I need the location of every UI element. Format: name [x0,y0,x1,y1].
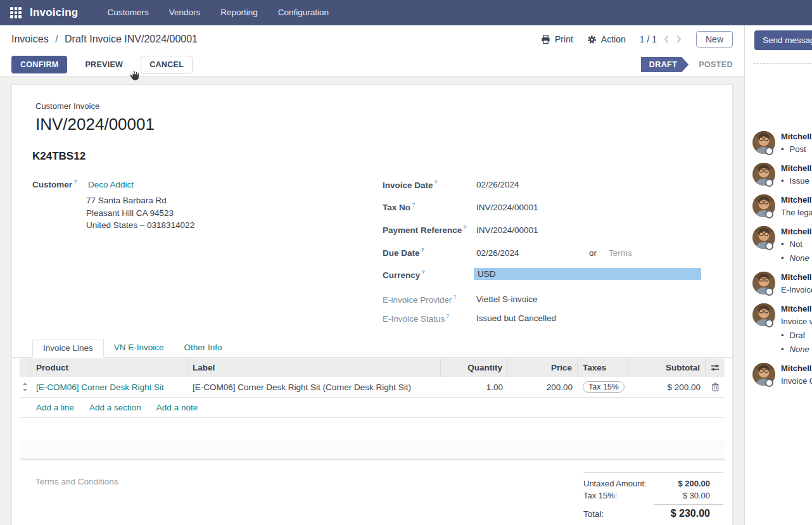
new-button[interactable]: New [696,31,733,47]
message-author[interactable]: Mitchell [781,131,811,142]
invoice-date-value[interactable]: 02/26/2024 [476,180,519,189]
help-icon: ? [446,313,449,319]
drag-handle-icon[interactable] [20,383,31,391]
chevron-left-icon[interactable] [663,35,669,44]
help-icon: ? [454,294,457,300]
col-label[interactable]: Label [187,358,441,377]
help-icon: ? [421,247,425,253]
message-author[interactable]: Mitchell [781,303,812,314]
chatter-separator [754,63,812,64]
chevron-right-icon[interactable] [676,35,682,44]
message-body: Mitchell •Issue [781,163,811,187]
presence-badge-icon [765,210,773,218]
apps-grid-icon[interactable] [10,7,22,18]
print-label: Print [555,34,573,44]
add-a-line-link[interactable]: Add a line [36,403,74,412]
action-label: Action [601,34,626,44]
table-footer-links: Add a line Add a section Add a note [20,398,725,418]
nav-item-configuration[interactable]: Configuration [268,0,339,25]
payment-reference-value[interactable]: INV/2024/00001 [476,225,538,235]
tab-other-info[interactable]: Other Info [174,339,232,358]
chatter-message[interactable]: Mitchell •Post [752,131,812,156]
chatter-message-list: Mitchell •Post Mitchell •Issue [752,131,812,395]
sliders-icon[interactable] [706,358,725,377]
stage-draft[interactable]: DRAFT [641,57,688,72]
payment-terms-field[interactable]: Terms [609,248,632,258]
cell-product[interactable]: [E-COM06] Corner Desk Right Sit [36,383,164,392]
printer-icon [541,35,550,44]
message-line: Invoice C [781,375,812,388]
cancel-button[interactable]: CANCEL [141,56,193,73]
chatter-message[interactable]: Mitchell Invoice v•Draf•None [752,303,812,356]
col-subtotal[interactable]: Subtotal [628,358,706,377]
invoice-sheet: Customer Invoice INV/2024/00001 K24TBS12… [11,84,733,525]
message-lines: The lega [781,206,812,219]
doc-type-label: Customer Invoice [35,101,99,111]
action-button[interactable]: Action [587,34,626,44]
nav-item-vendors[interactable]: Vendors [159,0,211,25]
tab-vn-e-invoice[interactable]: VN E-Invoice [104,339,174,358]
message-line: E-Invoice [781,284,812,296]
app-name[interactable]: Invoicing [30,6,78,19]
avatar[interactable] [752,163,775,186]
preview-button[interactable]: PREVIEW [76,56,132,73]
add-a-note-link[interactable]: Add a note [156,403,198,412]
table-row[interactable]: [E-COM06] Corner Desk Right Sit [E-COM06… [20,377,725,398]
chatter-message[interactable]: Mitchell The lega [752,194,812,219]
stage-posted[interactable]: POSTED [699,60,733,69]
einvoice-provider-label: E-invoice Provider? [383,294,457,305]
avatar[interactable] [752,303,775,326]
chatter-message[interactable]: Mitchell Invoice C [752,363,812,388]
message-body: Mitchell •Not•None [781,226,811,265]
chatter-message[interactable]: Mitchell •Issue [752,163,812,187]
avatar[interactable] [752,272,775,294]
add-a-section-link[interactable]: Add a section [89,403,141,412]
send-message-button[interactable]: Send message [754,30,812,50]
message-author[interactable]: Mitchell [781,194,812,205]
avatar[interactable] [752,363,775,386]
message-body: Mitchell Invoice v•Draf•None [781,303,812,356]
avatar[interactable] [752,226,775,249]
nav-item-reporting[interactable]: Reporting [210,0,268,25]
cell-quantity[interactable]: 1.00 [441,383,508,392]
print-button[interactable]: Print [541,34,573,44]
customer-label: Customer? [32,179,77,189]
col-price[interactable]: Price [508,358,578,377]
avatar[interactable] [752,131,775,154]
tax-label: Tax 15%: [583,491,617,500]
chatter-message[interactable]: Mitchell E-Invoice [752,272,812,296]
col-taxes[interactable]: Taxes [578,358,628,377]
nav-menu: Customers Vendors Reporting Configuratio… [97,0,339,25]
message-lines: Invoice v•Draf•None [781,315,812,356]
breadcrumb-invoices[interactable]: Invoices [11,34,49,44]
presence-badge-icon [765,179,773,187]
cell-price[interactable]: 200.00 [508,383,578,392]
terms-and-conditions-field[interactable]: Terms and Conditions [35,477,118,486]
message-author[interactable]: Mitchell [781,163,811,174]
breadcrumb: Invoices / Draft Invoice INV/2024/00001 [11,34,198,45]
currency-value[interactable]: USD [474,268,701,280]
pager: 1 / 1 [640,34,682,44]
tax-no-value[interactable]: INV/2024/00001 [476,203,538,212]
statusbar: DRAFT POSTED [641,57,733,72]
tax-badge[interactable]: Tax 15% [583,381,625,393]
message-author[interactable]: Mitchell [781,363,812,374]
message-body: Mitchell E-Invoice [781,272,812,296]
confirm-button[interactable]: CONFIRM [11,56,67,73]
customer-value[interactable]: Deco Addict [88,180,134,189]
col-product[interactable]: Product [31,358,187,377]
message-body: Mitchell The lega [781,194,812,219]
tax-value: $ 30.00 [683,491,723,500]
avatar[interactable] [752,194,775,217]
chatter-message[interactable]: Mitchell •Not•None [752,226,812,265]
untaxed-amount-value: $ 200.00 [678,479,723,488]
col-quantity[interactable]: Quantity [441,358,508,377]
status-row: CONFIRM PREVIEW CANCEL DRAFT POSTED [0,53,744,77]
message-author[interactable]: Mitchell [781,272,812,282]
message-author[interactable]: Mitchell [781,226,811,237]
tab-invoice-lines[interactable]: Invoice Lines [32,339,104,358]
trash-icon[interactable] [706,383,725,391]
nav-item-customers[interactable]: Customers [97,0,158,25]
cell-label[interactable]: [E-COM06] Corner Desk Right Sit (Corner … [187,383,441,392]
due-date-value[interactable]: 02/26/2024 [476,248,519,258]
